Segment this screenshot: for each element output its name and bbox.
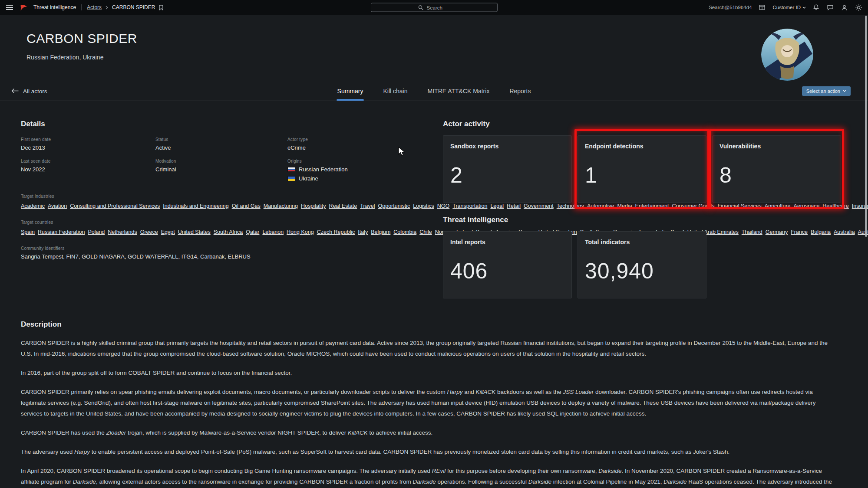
description-paragraph: CARBON SPIDER is a highly skilled crimin… [21,337,836,359]
tab-summary[interactable]: Summary [337,83,364,101]
page-subtitle: Russian Federation, Ukraine [26,54,103,61]
industry-link-hospitality[interactable]: Hospitality [301,203,326,209]
community-identifiers-value: Sangria Tempest, FIN7, GOLD NIAGARA, GOL… [21,253,433,260]
global-search[interactable] [371,3,498,12]
field-label: Origins [287,159,433,164]
tab-navigation: All actors SummaryKill chainMITRE ATT&CK… [0,82,868,101]
back-label: All actors [23,88,47,94]
search-input[interactable] [427,5,451,10]
apps-grid-icon[interactable] [758,4,766,11]
stat-card-value: 30,940 [585,259,699,284]
tab-mitre-att-ck-matrix[interactable]: MITRE ATT&CK Matrix [427,83,491,101]
app-title: Threat intelligence [33,4,76,10]
scrollbar-thumb[interactable] [865,16,867,237]
country-link-greece[interactable]: Greece [140,229,158,235]
origin-item: Ukraine [287,175,433,182]
country-link-russian-federation[interactable]: Russian Federation [38,229,85,235]
details-heading: Details [21,120,433,128]
tab-kill-chain[interactable]: Kill chain [382,83,408,101]
country-link-netherlands[interactable]: Netherlands [108,229,137,235]
country-link-lebanon[interactable]: Lebanon [262,229,284,235]
chevron-down-icon [843,90,846,92]
stat-card-title: Vulnerabilities [719,143,834,150]
page-title: CARBON SPIDER [26,31,137,46]
industry-link-logistics[interactable]: Logistics [413,203,434,209]
country-link-colombia[interactable]: Colombia [393,229,416,235]
country-link-belgium[interactable]: Belgium [371,229,390,235]
field-label: Actor type [287,137,433,142]
country-link-hong-kong[interactable]: Hong Kong [287,229,314,235]
country-link-egypt[interactable]: Egypt [161,229,175,235]
country-link-italy[interactable]: Italy [358,229,368,235]
hamburger-menu-button[interactable] [5,4,14,11]
industry-link-industrials-and-engineering[interactable]: Industrials and Engineering [163,203,229,209]
target-industries-list: AcademicAviationConsulting and Professio… [21,201,421,210]
industry-link-opportunistic[interactable]: Opportunistic [378,203,410,209]
customer-id-label: Customer ID [772,5,801,10]
app-screen: Threat intelligence Actors CARBON SPIDER… [0,0,868,488]
industry-link-consulting-and-professional-services[interactable]: Consulting and Professional Services [70,203,160,209]
actor-avatar-image [761,29,813,81]
country-link-poland[interactable]: Poland [88,229,105,235]
chevron-down-icon [802,7,806,9]
description-paragraph: In April 2020, CARBON SPIDER broadened i… [21,465,836,488]
breadcrumb-actors-link[interactable]: Actors [87,4,102,10]
select-action-button[interactable]: Select an action [802,86,851,96]
top-bar: Threat intelligence Actors CARBON SPIDER… [0,0,868,15]
field-label: Status [155,137,287,142]
field-value: Criminal [155,166,287,173]
origins-list: Russian FederationUkraine [287,166,433,182]
back-to-all-actors[interactable]: All actors [11,88,47,94]
industry-link-real-estate[interactable]: Real Estate [329,203,357,209]
industry-link-academic[interactable]: Academic [21,203,45,209]
stat-card-value: 1 [585,163,699,188]
stat-card-intel-reports[interactable]: Intel reports406 [443,231,572,298]
description-paragraph: CARBON SPIDER has used the Zloader troja… [21,427,836,438]
description-heading: Description [21,320,836,329]
stat-card-value: 406 [450,259,564,284]
theme-toggle-sun-icon[interactable] [855,3,863,12]
stat-card-title: Total indicators [585,239,699,246]
notifications-bell-icon[interactable] [812,3,820,11]
field-label: Motivation [155,159,287,164]
field-value: eCrime [287,144,433,151]
threat-intelligence-cards: Intel reports406Total indicators30,940 [443,231,842,298]
messages-icon[interactable] [826,4,834,11]
field-label: First seen date [21,137,155,142]
bookmark-icon[interactable] [158,4,164,11]
arrow-left-icon [11,88,19,94]
target-countries-label: Target countries [21,220,433,225]
country-link-spain[interactable]: Spain [21,229,35,235]
industry-link-travel[interactable]: Travel [360,203,375,209]
industry-link-manufacturing[interactable]: Manufacturing [264,203,298,209]
tab-reports[interactable]: Reports [508,83,531,101]
stat-card-total-indicators[interactable]: Total indicators30,940 [578,231,706,298]
community-identifiers-label: Community identifiers [21,246,433,251]
stat-card-sandbox-reports[interactable]: Sandbox reports2 [443,135,572,203]
topbar-divider [81,4,82,10]
country-link-south-africa[interactable]: South Africa [214,229,243,235]
stat-card-vulnerabilities[interactable]: Vulnerabilities8 [712,135,841,203]
breadcrumb-current: CARBON SPIDER [112,4,155,10]
user-profile-icon[interactable] [841,4,848,11]
breadcrumb: Actors CARBON SPIDER [87,4,164,11]
country-link-united-states[interactable]: United States [178,229,211,235]
industry-link-aviation[interactable]: Aviation [48,203,67,209]
details-section: Details First seen date Dec 2013 Status … [21,120,433,260]
country-link-qatar[interactable]: Qatar [246,229,259,235]
origin-item: Russian Federation [287,166,433,173]
flag-icon [287,167,295,172]
stat-card-value: 8 [719,163,834,188]
stat-card-endpoint-detections[interactable]: Endpoint detections1 [578,135,706,203]
field-last-seen: Last seen date Nov 2022 [21,159,155,184]
actor-activity-section: Actor activity Sandbox reports2Endpoint … [443,120,842,298]
industry-link-oil-and-gas[interactable]: Oil and Gas [232,203,261,209]
actor-activity-heading: Actor activity [443,120,842,128]
details-field-grid: First seen date Dec 2013 Status Active A… [21,137,433,184]
target-industries-section: Target industries AcademicAviationConsul… [21,194,433,210]
flag-icon [287,176,295,181]
field-value: Dec 2013 [21,144,155,151]
country-link-chile[interactable]: Chile [419,229,432,235]
customer-id-dropdown[interactable]: Customer ID [772,5,806,10]
country-link-czech-republic[interactable]: Czech Republic [317,229,355,235]
